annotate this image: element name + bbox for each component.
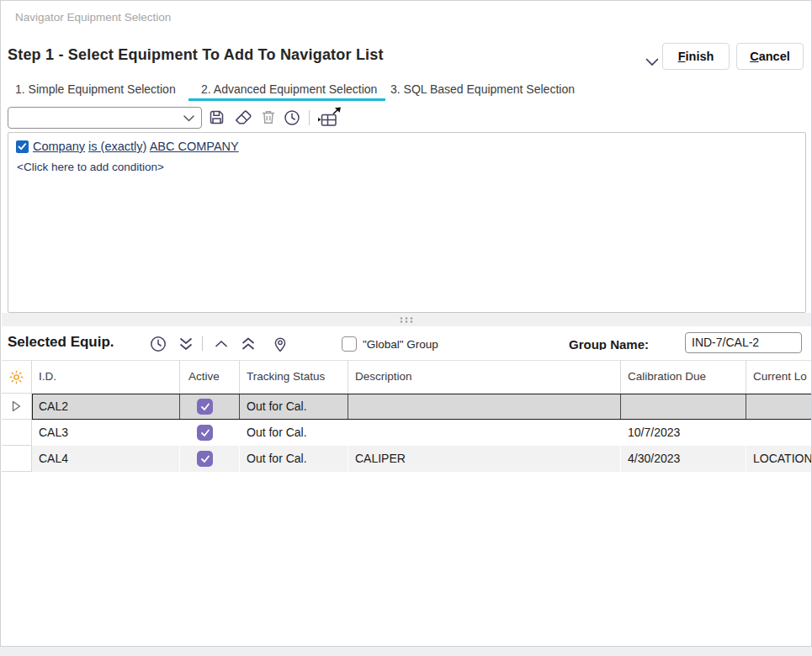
save-icon[interactable] bbox=[208, 108, 226, 130]
chevron-down-icon[interactable] bbox=[645, 55, 659, 70]
table-header-row: I.D. Active Tracking Status Description … bbox=[2, 361, 812, 394]
tab-sql-based-equipment-selection[interactable]: 3. SQL Based Equipment Selection bbox=[390, 82, 575, 96]
column-header-tracking-status[interactable]: Tracking Status bbox=[240, 361, 348, 394]
table-row[interactable]: CAL3 Out for Cal. 10/7/2023 bbox=[2, 420, 812, 446]
column-header-description[interactable]: Description bbox=[348, 361, 621, 394]
window-title: Navigator Equipment Selection bbox=[15, 11, 171, 24]
active-tab-underline bbox=[188, 98, 385, 101]
row-selector-cell[interactable] bbox=[2, 420, 32, 446]
dialog-window: Navigator Equipment Selection Step 1 - S… bbox=[0, 0, 812, 647]
cell-description[interactable]: CALIPER bbox=[348, 446, 621, 472]
page-title: Step 1 - Select Equipment To Add To Navi… bbox=[8, 46, 384, 64]
filter-combobox[interactable] bbox=[8, 107, 202, 129]
active-checkbox-checked bbox=[197, 451, 213, 467]
cell-description[interactable] bbox=[348, 394, 621, 420]
cell-id[interactable]: CAL3 bbox=[32, 420, 180, 446]
history-icon[interactable] bbox=[149, 335, 167, 357]
cell-calibration-due[interactable]: 10/7/2023 bbox=[621, 420, 746, 446]
toolbar-separator bbox=[202, 336, 203, 351]
column-chooser-cell[interactable] bbox=[2, 361, 32, 394]
cell-current-location[interactable] bbox=[746, 394, 812, 420]
condition-checkbox[interactable] bbox=[16, 140, 29, 153]
eraser-icon[interactable] bbox=[233, 108, 253, 130]
trash-icon[interactable] bbox=[260, 108, 277, 130]
toolbar-separator bbox=[309, 110, 310, 125]
tab-simple-equipment-selection[interactable]: 1. Simple Equipment Selection bbox=[15, 82, 176, 96]
active-checkbox-checked bbox=[197, 399, 213, 415]
chevron-up-icon[interactable] bbox=[212, 335, 231, 357]
tab-advanced-equipment-selection[interactable]: 2. Advanced Equipment Selection bbox=[201, 82, 377, 96]
selected-equipment-table: I.D. Active Tracking Status Description … bbox=[2, 360, 812, 472]
cell-tracking-status[interactable]: Out for Cal. bbox=[240, 420, 348, 446]
cell-id[interactable]: CAL2 bbox=[32, 394, 180, 420]
chevron-double-up-icon[interactable] bbox=[239, 335, 257, 357]
cell-description[interactable] bbox=[348, 420, 621, 446]
chevron-double-down-icon[interactable] bbox=[177, 335, 195, 357]
cell-active[interactable] bbox=[180, 420, 240, 446]
cell-current-location[interactable]: LOCATION bbox=[746, 446, 812, 472]
cell-calibration-due[interactable] bbox=[621, 394, 746, 420]
column-header-calibration-due[interactable]: Calibration Due bbox=[621, 361, 746, 394]
group-name-input[interactable]: IND-7/CAL-2 bbox=[685, 332, 802, 353]
condition-row: Company is (exactly) ABC COMPANY bbox=[16, 140, 239, 153]
column-header-id[interactable]: I.D. bbox=[32, 361, 180, 394]
column-header-active[interactable]: Active bbox=[180, 361, 240, 394]
cell-id[interactable]: CAL4 bbox=[32, 446, 180, 472]
cancel-button[interactable]: Cancel bbox=[736, 43, 804, 70]
table-row[interactable]: CAL4 Out for Cal. CALIPER 4/30/2023 LOCA… bbox=[2, 446, 812, 472]
cell-active[interactable] bbox=[180, 394, 240, 420]
cell-calibration-due[interactable]: 4/30/2023 bbox=[621, 446, 746, 472]
cell-active[interactable] bbox=[180, 446, 240, 472]
row-selector-cell[interactable] bbox=[2, 446, 32, 472]
condition-value-link[interactable]: ABC COMPANY bbox=[150, 140, 239, 153]
row-indicator-icon bbox=[12, 400, 21, 412]
selected-equip-title: Selected Equip. bbox=[8, 334, 114, 351]
cell-tracking-status[interactable]: Out for Cal. bbox=[240, 446, 348, 472]
finish-button[interactable]: Finish bbox=[662, 43, 730, 70]
splitter-dots-icon bbox=[399, 316, 416, 324]
row-selector-cell[interactable] bbox=[2, 394, 32, 420]
condition-builder-panel: Company is (exactly) ABC COMPANY <Click … bbox=[8, 132, 806, 313]
active-checkbox-checked bbox=[197, 425, 213, 441]
column-header-current-location[interactable]: Current Lo bbox=[746, 361, 812, 394]
cell-current-location[interactable] bbox=[746, 420, 812, 446]
add-condition-link[interactable]: <Click here to add condition> bbox=[17, 161, 164, 173]
sun-icon bbox=[9, 370, 24, 384]
layout-grid-icon[interactable] bbox=[317, 107, 342, 131]
condition-operator-link[interactable]: is (exactly) bbox=[88, 140, 146, 153]
chevron-down-icon bbox=[183, 115, 194, 122]
map-pin-icon[interactable] bbox=[272, 335, 289, 357]
global-group-label: "Global" Group bbox=[363, 338, 438, 351]
table-row[interactable]: CAL2 Out for Cal. bbox=[2, 394, 812, 420]
cell-tracking-status[interactable]: Out for Cal. bbox=[240, 394, 348, 420]
global-group-checkbox[interactable] bbox=[342, 336, 357, 352]
splitter-handle[interactable] bbox=[2, 313, 812, 326]
history-icon[interactable] bbox=[283, 108, 301, 130]
condition-field-link[interactable]: Company bbox=[33, 140, 85, 153]
group-name-label: Group Name: bbox=[556, 338, 649, 350]
